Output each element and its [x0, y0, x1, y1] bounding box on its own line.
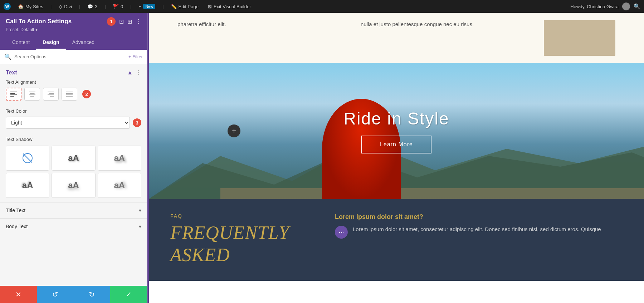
align-left-button[interactable]: [6, 88, 21, 101]
body-text-header[interactable]: Body Text ▾: [0, 219, 147, 234]
edit-page-item[interactable]: ✏️ Edit Page: [169, 3, 201, 10]
admin-bar: W 🏠 My Sites | ◇ Divi | 💬 3 | 🚩 0 | + Ne…: [0, 0, 644, 13]
admin-bar-left: W 🏠 My Sites | ◇ Divi | 💬 3 | 🚩 0 | + Ne…: [4, 3, 565, 10]
svg-rect-7: [30, 96, 34, 97]
svg-rect-5: [30, 93, 35, 94]
top-content-section: pharetra efficitur elit. nulla et justo …: [149, 13, 644, 63]
preset-arrow: ▾: [35, 27, 38, 32]
svg-rect-12: [66, 92, 73, 92]
search-icon[interactable]: 🔍: [634, 3, 640, 10]
confirm-button[interactable]: ✓: [110, 286, 147, 303]
hero-section: + Ride in Style Learn More: [149, 63, 644, 199]
comments-item[interactable]: 💬 3: [85, 3, 99, 10]
undo-button[interactable]: ↺: [37, 286, 74, 303]
filter-button[interactable]: + Filter: [128, 54, 143, 59]
cancel-button[interactable]: ✕: [0, 286, 37, 303]
shadow-option-4[interactable]: aA: [52, 173, 95, 198]
my-sites-label: My Sites: [25, 4, 43, 9]
no-shadow-icon: [23, 153, 33, 163]
align-center-button[interactable]: [24, 88, 40, 101]
faq-right-col: Lorem ipsum dolor sit amet? ··· Lorem ip…: [335, 213, 623, 267]
shadow-option-2[interactable]: aA: [98, 146, 141, 171]
svg-rect-11: [50, 96, 54, 97]
text-color-select[interactable]: Default Light Dark: [6, 117, 130, 129]
confirm-icon: ✓: [126, 290, 132, 299]
shadow-option-3[interactable]: aA: [6, 173, 49, 198]
svg-rect-8: [48, 92, 54, 92]
layout-icon[interactable]: ⊞: [127, 18, 132, 25]
shadow-preview-3: aA: [22, 180, 33, 190]
panel-title-row: Call To Action Settings 1 ⊡ ⊞ ⋮: [6, 17, 141, 26]
tab-content[interactable]: Content: [6, 36, 36, 50]
home-icon: 🏠: [18, 4, 24, 9]
redo-button[interactable]: ↻: [74, 286, 111, 303]
divi-item[interactable]: ◇ Divi: [57, 3, 74, 10]
new-badge: New: [143, 4, 155, 9]
shadow-preview-2: aA: [114, 153, 125, 163]
content-area: pharetra efficitur elit. nulla et justo …: [149, 13, 644, 303]
bubble-icon: 💬: [87, 4, 93, 9]
step-badge-2: 2: [82, 90, 91, 98]
more-icon[interactable]: ⋮: [136, 18, 141, 25]
undo-icon: ↺: [52, 290, 58, 299]
my-sites-item[interactable]: 🏠 My Sites: [16, 3, 45, 10]
shadow-option-5[interactable]: aA: [98, 173, 141, 198]
hero-cta-button[interactable]: Learn More: [361, 136, 431, 153]
text-shadow-label: Text Shadow: [6, 137, 141, 142]
redo-icon: ↻: [89, 290, 95, 299]
title-text-header[interactable]: Title Text ▾: [0, 202, 147, 218]
shadow-preview-1: aA: [68, 153, 79, 163]
wordpress-icon[interactable]: W: [4, 3, 11, 10]
shadow-none-option[interactable]: [6, 146, 49, 171]
avatar: [622, 3, 630, 10]
exit-vb-item[interactable]: ⊠ Exit Visual Builder: [206, 3, 253, 10]
text-section-title: Text: [6, 69, 17, 76]
comments-label: 0: [121, 4, 123, 9]
svg-rect-18: [220, 188, 644, 199]
svg-rect-14: [66, 94, 73, 95]
shadow-option-1[interactable]: aA: [52, 146, 95, 171]
faq-title-line1: Frequently: [170, 222, 313, 244]
svg-rect-13: [66, 93, 73, 94]
plus-icon-hero: +: [232, 127, 236, 135]
faq-expand-button[interactable]: ···: [335, 226, 348, 239]
section-more-btn[interactable]: ⋮: [136, 69, 141, 76]
tab-design[interactable]: Design: [36, 36, 66, 50]
exit-icon: ⊠: [208, 4, 212, 9]
shadow-preview-4: aA: [68, 180, 79, 190]
step-badge-3: 3: [133, 118, 141, 127]
add-element-button[interactable]: +: [228, 124, 240, 137]
color-select-row: Default Light Dark 3: [6, 117, 141, 129]
tab-advanced[interactable]: Advanced: [66, 36, 101, 50]
main-layout: Call To Action Settings 1 ⊡ ⊞ ⋮ Preset: …: [0, 13, 644, 303]
section-collapse-arrow[interactable]: ▲: [127, 69, 133, 76]
faq-section: FAQ Frequently Asked Lorem ipsum dolor s…: [149, 199, 644, 281]
screen-icon[interactable]: ⊡: [119, 18, 124, 25]
body-text-section: Body Text ▾: [0, 218, 147, 234]
edit-page-label: Edit Page: [179, 4, 199, 9]
text-section-header: Text ▲ ⋮: [0, 64, 147, 79]
top-text-1: pharetra efficitur elit.: [177, 20, 339, 29]
align-justify-button[interactable]: [62, 88, 77, 101]
text-alignment-label: Text Alignment: [6, 79, 141, 85]
faq-title-line2: Asked: [170, 244, 313, 266]
pencil-icon: ✏️: [171, 4, 177, 9]
align-justify-icon: [66, 92, 73, 97]
text-shadow-group: Text Shadow aA aA aA: [0, 133, 147, 202]
panel-header-icons: 1 ⊡ ⊞ ⋮: [107, 17, 141, 26]
svg-rect-9: [49, 93, 54, 94]
new-item[interactable]: + New: [137, 3, 158, 10]
align-right-button[interactable]: [43, 88, 59, 101]
shadow-preview-5: aA: [114, 180, 125, 190]
exit-vb-label: Exit Visual Builder: [214, 4, 251, 9]
hero-btn-label: Learn More: [380, 141, 413, 147]
svg-rect-3: [10, 96, 14, 97]
top-col-2: nulla et justo pellentesque congue nec e…: [361, 20, 522, 56]
comment-icon-item[interactable]: 🚩 0: [111, 3, 125, 10]
faq-answer-row: ··· Lorem ipsum dolor sit amet, consecte…: [335, 225, 623, 239]
search-options-input[interactable]: [14, 54, 126, 59]
settings-panel: Call To Action Settings 1 ⊡ ⊞ ⋮ Preset: …: [0, 13, 147, 303]
preset-row[interactable]: Preset: Default ▾: [6, 27, 141, 32]
svg-rect-0: [10, 92, 17, 92]
title-text-label: Title Text: [6, 207, 25, 213]
